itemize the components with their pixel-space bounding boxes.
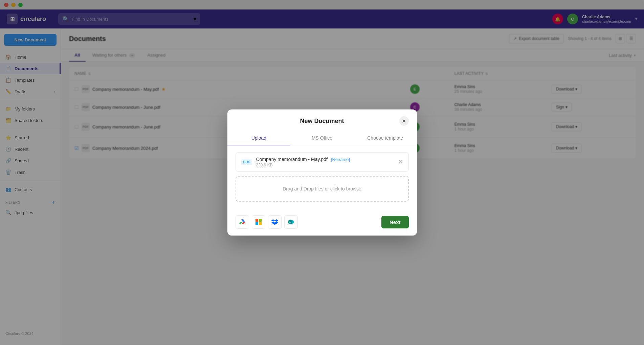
svg-rect-3 (256, 219, 258, 222)
microsoft-button[interactable] (252, 215, 265, 229)
microsoft-icon (255, 219, 262, 225)
new-document-modal: New Document ✕ Upload MS Office Choose t… (227, 109, 417, 236)
svg-text:S: S (289, 221, 291, 224)
sharepoint-icon: S (288, 219, 294, 225)
modal-body: PDF Company memorandum - May.pdf [Rename… (227, 145, 417, 215)
dropbox-icon (271, 219, 278, 225)
file-type-badge: PDF (241, 159, 252, 165)
next-button[interactable]: Next (381, 216, 409, 228)
google-drive-icon (239, 219, 246, 225)
svg-marker-7 (271, 219, 275, 222)
modal-close-button[interactable]: ✕ (399, 116, 409, 126)
sharepoint-button[interactable]: S (284, 215, 298, 229)
file-size: 239.9 KB (256, 163, 398, 167)
dropbox-button[interactable] (268, 215, 282, 229)
file-info: Company memorandum - May.pdf [Rename] 23… (256, 157, 398, 167)
modal-header: New Document ✕ (227, 109, 417, 126)
svg-marker-0 (241, 219, 245, 222)
cloud-sources: S (236, 215, 298, 229)
file-name: Company memorandum - May.pdf [Rename] (256, 157, 398, 162)
rename-link[interactable]: [Rename] (331, 157, 350, 162)
svg-marker-8 (275, 219, 278, 222)
modal-tab-upload[interactable]: Upload (227, 131, 291, 145)
svg-marker-2 (242, 222, 245, 224)
file-remove-button[interactable]: ✕ (398, 158, 403, 166)
drop-zone[interactable]: Drag and Drop files or click to browse (236, 176, 409, 202)
file-item: PDF Company memorandum - May.pdf [Rename… (236, 152, 409, 172)
google-drive-button[interactable] (236, 215, 249, 229)
svg-rect-4 (259, 219, 262, 222)
modal-title: New Document (245, 118, 399, 125)
svg-marker-1 (239, 222, 242, 224)
modal-tab-template[interactable]: Choose template (354, 131, 417, 145)
svg-rect-6 (259, 222, 262, 225)
modal-overlay[interactable]: New Document ✕ Upload MS Office Choose t… (0, 0, 644, 345)
modal-footer: S Next (227, 215, 417, 236)
file-name-text: Company memorandum - May.pdf (256, 157, 328, 162)
svg-rect-5 (256, 222, 258, 225)
dropzone-text: Drag and Drop files or click to browse (283, 186, 361, 191)
modal-tabs: Upload MS Office Choose template (227, 131, 417, 145)
modal-tab-msoffice[interactable]: MS Office (290, 131, 354, 145)
